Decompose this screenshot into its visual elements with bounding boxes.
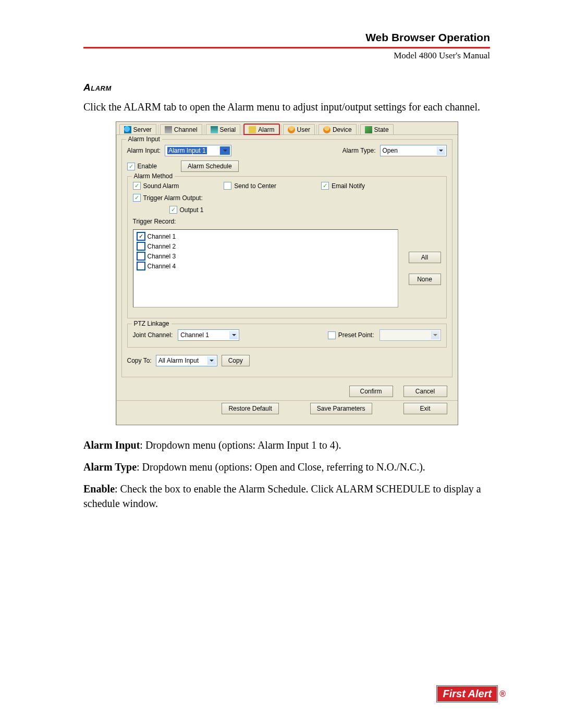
copy-to-label: Copy To:	[127, 357, 152, 364]
joint-channel-select[interactable]: Channel 1	[178, 329, 239, 341]
exit-button[interactable]: Exit	[403, 403, 447, 414]
desc-alarm-type: Alarm Type: Dropdown menu (options: Open…	[83, 460, 490, 474]
registered-icon: ®	[499, 689, 506, 699]
list-side-buttons: All None	[409, 252, 441, 285]
bottom-button-bar: Restore Default Save Parameters Exit	[121, 401, 452, 419]
brand-name: First Alert	[437, 686, 497, 702]
confirm-cancel-bar: Confirm Cancel	[121, 382, 452, 397]
copy-button[interactable]: Copy	[222, 355, 250, 366]
checkbox-icon	[137, 242, 145, 251]
checkbox-icon	[137, 232, 145, 241]
group-title: PTZ Linkage	[132, 320, 172, 327]
output1-checkbox[interactable]: Output 1	[169, 206, 204, 214]
trigger-record-list[interactable]: Channel 1 Channel 2 Channel 3 Channel 4	[133, 229, 398, 307]
cancel-button[interactable]: Cancel	[403, 386, 447, 397]
tab-label: Channel	[174, 126, 198, 133]
tab-label: Server	[133, 126, 152, 133]
chevron-down-icon	[229, 331, 238, 339]
trigger-record-label: Trigger Record:	[133, 218, 176, 225]
alarm-type-select[interactable]: Open	[380, 145, 447, 156]
desc-enable: Enable: Check the box to enable the Alar…	[83, 482, 490, 511]
sound-alarm-checkbox[interactable]: Sound Alarm	[133, 182, 179, 190]
alarm-schedule-button[interactable]: Alarm Schedule	[181, 161, 239, 172]
tab-user[interactable]: User	[283, 124, 315, 134]
alarm-input-select[interactable]: Alarm Input 1	[165, 145, 231, 156]
tab-label: Serial	[220, 126, 236, 133]
server-icon	[124, 126, 131, 133]
preset-point-select[interactable]	[380, 329, 441, 341]
list-item[interactable]: Channel 2	[137, 242, 395, 251]
header-rule	[83, 47, 490, 48]
tab-label: Device	[333, 126, 352, 133]
list-item[interactable]: Channel 3	[137, 252, 395, 261]
tab-label: User	[297, 126, 310, 133]
tab-state[interactable]: State	[360, 124, 394, 134]
tab-label: Alarm	[258, 126, 274, 133]
tab-channel[interactable]: Channel	[160, 124, 202, 134]
list-item[interactable]: Channel 4	[137, 262, 395, 270]
desc-alarm-input: Alarm Input: Dropdown menu (options: Ala…	[83, 438, 490, 452]
chevron-down-icon	[431, 331, 439, 339]
group-alarm-input: Alarm Input Alarm Input: Alarm Input 1 A…	[121, 139, 452, 377]
user-icon	[288, 126, 295, 133]
list-item[interactable]: Channel 1	[137, 232, 395, 241]
brand-logo: First Alert ®	[437, 686, 506, 702]
enable-checkbox[interactable]: Enable	[127, 163, 157, 170]
tab-serial[interactable]: Serial	[206, 124, 241, 134]
checkbox-icon	[137, 262, 145, 270]
chevron-down-icon	[207, 356, 216, 365]
send-center-checkbox[interactable]: Send to Center	[224, 182, 276, 190]
preset-point-checkbox[interactable]: Preset Point:	[328, 331, 374, 339]
confirm-button[interactable]: Confirm	[349, 386, 393, 397]
alarm-dialog: Server Channel Serial Alarm User Device …	[116, 121, 458, 425]
tab-label: State	[374, 126, 389, 133]
group-title: Alarm Method	[132, 172, 175, 180]
tab-alarm[interactable]: Alarm	[244, 124, 279, 134]
restore-default-button[interactable]: Restore Default	[222, 403, 278, 414]
alarm-input-label: Alarm Input:	[127, 147, 161, 154]
tab-server[interactable]: Server	[119, 124, 156, 134]
all-button[interactable]: All	[409, 252, 441, 263]
tab-device[interactable]: Device	[319, 124, 357, 134]
copy-to-select[interactable]: All Alarm Input	[156, 355, 217, 366]
alarm-icon	[249, 126, 256, 133]
chevron-down-icon	[437, 146, 445, 155]
header-title: Web Browser Operation	[365, 31, 490, 43]
manual-name: Model 4800 User's Manual	[83, 51, 490, 61]
group-ptz-linkage: PTZ Linkage Joint Channel: Channel 1 Pre…	[127, 324, 447, 348]
page-header: Web Browser Operation	[83, 31, 490, 44]
alarm-type-label: Alarm Type:	[342, 147, 376, 154]
trigger-output-checkbox[interactable]: Trigger Alarm Output:	[133, 194, 203, 202]
none-button[interactable]: None	[409, 274, 441, 285]
enable-label: Enable	[138, 163, 157, 170]
state-icon	[365, 126, 372, 133]
section-heading: Alarm	[83, 82, 490, 93]
section-intro: Click the ALARM tab to open the Alarm me…	[83, 100, 490, 114]
email-notify-checkbox[interactable]: Email Notify	[321, 182, 365, 190]
device-icon	[323, 126, 331, 133]
group-title: Alarm Input	[126, 135, 162, 143]
chevron-down-icon	[219, 146, 230, 155]
tab-strip: Server Channel Serial Alarm User Device …	[116, 122, 458, 135]
save-parameters-button[interactable]: Save Parameters	[310, 403, 372, 414]
joint-channel-label: Joint Channel:	[133, 331, 173, 339]
serial-icon	[211, 126, 218, 133]
group-alarm-method: Alarm Method Sound Alarm Send to Center …	[127, 176, 447, 318]
channel-icon	[165, 126, 172, 133]
checkbox-icon	[137, 252, 145, 261]
